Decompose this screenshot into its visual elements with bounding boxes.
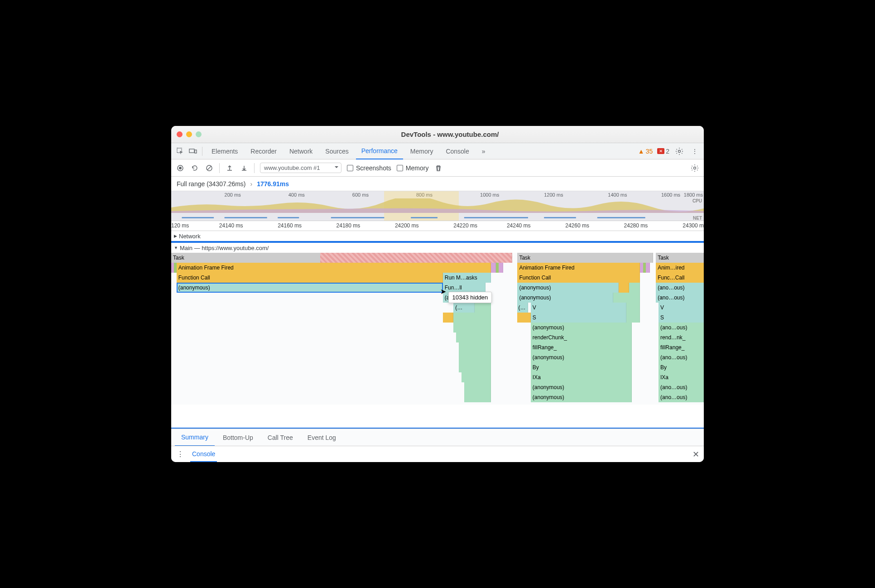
flame-slice[interactable] [491,263,496,273]
overview-panel[interactable]: 200 ms 400 ms 600 ms 800 ms 1000 ms 1200… [171,191,704,221]
toolbar-settings-icon[interactable] [690,164,699,173]
flame-anoous[interactable]: (ano…ous) [659,323,704,333]
warnings-badge[interactable]: ▲35 [638,148,653,155]
flame-funll[interactable]: Fun…ll [443,283,486,293]
flame-renderchunk[interactable]: renderChunk_ [531,333,632,342]
flame-fillrange[interactable]: fillRange_ [531,342,632,352]
flame-anoous[interactable]: (ano…ous) [659,382,704,392]
flame-slice[interactable] [459,342,491,352]
flame-slice[interactable] [464,392,491,402]
range-selected[interactable]: 1776.91ms [257,180,289,188]
close-icon[interactable] [177,131,183,137]
download-icon[interactable] [240,164,249,173]
flame-slice[interactable] [499,263,503,273]
flame-fcall[interactable]: Function Call [517,273,639,283]
flame-afire[interactable]: Animation Frame Fired [177,263,491,273]
more-icon[interactable]: ⋮ [689,146,700,157]
svg-rect-9 [225,217,267,218]
flame-s[interactable]: S [659,313,704,323]
flame-funccall[interactable]: Func…Call [656,273,704,283]
flame-anoous[interactable]: (ano…ous) [659,392,704,402]
flame-slice[interactable] [475,303,490,313]
flame-rendnk[interactable]: rend…nk_ [659,333,704,342]
settings-icon[interactable] [674,146,685,157]
flame-slice[interactable] [456,333,490,342]
flame-animired[interactable]: Anim…ired [656,263,704,273]
flame-anon[interactable]: (anonymous) [517,283,618,293]
flame-by[interactable]: By [659,362,704,372]
profile-select[interactable]: www.youtube.com #1 [260,163,341,173]
flame-anoous[interactable]: (ano…ous) [656,283,704,293]
tab-sources[interactable]: Sources [320,143,354,159]
flame-slice[interactable] [459,362,491,372]
close-icon[interactable]: ✕ [692,449,699,459]
tab-eventlog[interactable]: Event Log [301,429,342,446]
tab-performance[interactable]: Performance [356,143,403,159]
flame-slice[interactable] [626,303,639,313]
flame-slice[interactable] [517,313,530,323]
flame-slice[interactable] [464,382,491,392]
screenshots-checkbox[interactable]: Screenshots [347,164,391,172]
tab-recorder[interactable]: Recorder [245,143,282,159]
tab-elements[interactable]: Elements [206,143,243,159]
flame-slice[interactable] [453,313,490,323]
tabs-more-icon[interactable]: » [476,143,491,159]
upload-icon[interactable] [225,164,234,173]
record-icon[interactable] [176,164,185,173]
flame-anoous[interactable]: (ano…ous) [659,352,704,362]
flame-anon[interactable]: (anonymous) [531,392,632,402]
flame-slice[interactable] [646,263,650,273]
reload-icon[interactable] [190,164,199,173]
flame-ixa[interactable]: IXa [659,372,704,382]
flame-task[interactable]: Task [656,253,704,263]
flame-slice[interactable] [453,323,490,333]
main-header[interactable]: ▼Main — https://www.youtube.com/ [171,243,704,253]
tab-network[interactable]: Network [284,143,318,159]
flame-fillrange[interactable]: fillRange_ [659,342,704,352]
flame-v[interactable]: V [531,303,627,313]
drawer-console-tab[interactable]: Console [190,447,217,462]
tab-memory[interactable]: Memory [405,143,439,159]
clear-icon[interactable] [205,164,214,173]
flame-ixa[interactable]: IXa [531,372,632,382]
flame-paren[interactable]: (… [517,303,528,313]
flame-anoous[interactable]: (ano…ous) [656,293,704,303]
flame-anon[interactable]: (anonymous) [531,323,632,333]
flame-slice[interactable] [613,293,640,303]
flame-paren[interactable]: (… [453,303,475,313]
svg-rect-11 [331,217,385,218]
flame-chart[interactable]: Task Animation Frame Fired Function Call… [171,253,704,405]
errors-badge[interactable]: ✕2 [657,148,669,155]
flame-v[interactable]: V [659,303,704,313]
flame-anon[interactable]: (anonymous) [531,382,632,392]
flame-anon[interactable]: (anonymous) [517,293,613,303]
gc-icon[interactable] [434,164,443,173]
flame-s[interactable]: S [531,313,627,323]
flame-fcall[interactable]: Function Call [177,273,443,283]
flame-slice[interactable] [626,313,639,323]
flame-slice[interactable] [619,283,630,293]
flame-runmicro[interactable]: Run M…asks [443,273,491,283]
inspect-icon[interactable] [175,146,186,157]
flame-slice[interactable] [629,283,640,293]
flame-anon-selected[interactable]: (anonymous) [177,283,443,293]
flame-by[interactable]: By [531,362,632,372]
minimize-icon[interactable] [186,131,192,137]
device-icon[interactable] [188,146,198,157]
drawer-more-icon[interactable]: ⋮ [176,450,185,459]
flame-slice[interactable] [462,372,491,382]
network-header[interactable]: ▶Network [171,231,704,241]
tab-bottomup[interactable]: Bottom-Up [216,429,260,446]
flame-task[interactable]: Task [517,253,653,263]
memory-checkbox[interactable]: Memory [397,164,429,172]
flame-afire[interactable]: Animation Frame Fired [517,263,639,273]
dtick: 24160 ms [278,222,302,229]
tab-summary[interactable]: Summary [175,429,215,446]
tab-console[interactable]: Console [440,143,474,159]
range-full[interactable]: Full range (34307.26ms) [177,180,246,188]
flame-anon[interactable]: (anonymous) [531,352,632,362]
flame-slice[interactable] [459,352,491,362]
flame-slice[interactable] [443,313,454,323]
zoom-icon[interactable] [196,131,202,137]
tab-calltree[interactable]: Call Tree [261,429,299,446]
